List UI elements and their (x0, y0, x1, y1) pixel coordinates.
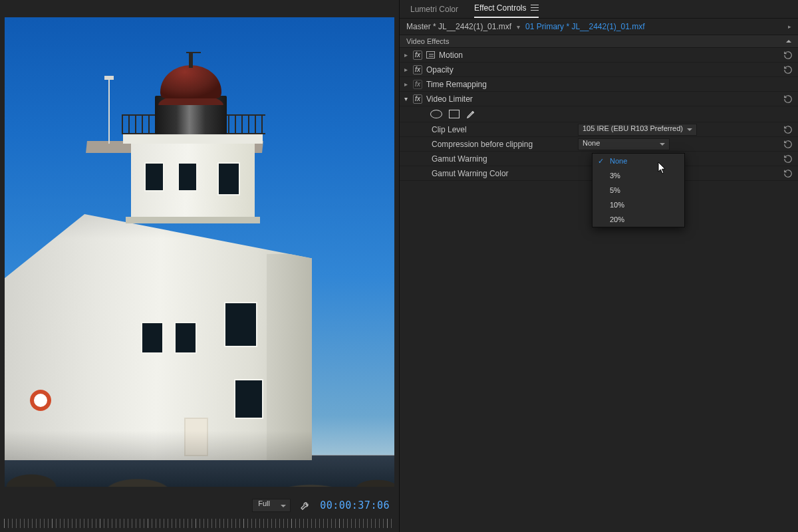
sequence-clip-label[interactable]: 01 Primary * JL__2442(1)_01.mxf (525, 22, 644, 31)
reset-param-icon[interactable] (783, 154, 793, 164)
tab-lumetri-color[interactable]: Lumetri Color (410, 5, 458, 18)
timeline-ruler[interactable] (0, 516, 399, 532)
compression-dropdown[interactable]: None 3% 5% 10% 20% (592, 153, 685, 227)
reset-param-icon[interactable] (783, 125, 793, 134)
preview-toolbar: Full 00:00:37:06 (0, 495, 399, 515)
chevron-right-icon[interactable] (402, 66, 409, 73)
chevron-right-icon[interactable] (402, 80, 409, 88)
reset-effect-icon[interactable] (783, 65, 793, 74)
param-label: Gamut Warning Color (432, 169, 571, 178)
tab-effect-controls[interactable]: Effect Controls (474, 3, 538, 18)
master-clip-label[interactable]: Master * JL__2442(1)_01.mxf (406, 22, 511, 31)
mask-tools-row (400, 106, 798, 122)
tab-effect-controls-label: Effect Controls (474, 3, 526, 13)
effect-label: Time Remapping (426, 80, 487, 89)
effect-row-opacity[interactable]: fx Opacity (400, 63, 798, 77)
clip-level-select[interactable]: 105 IRE (EBU R103 Preferred) (578, 124, 697, 136)
settings-wrench-icon[interactable] (300, 500, 311, 511)
clip-source-row: Master * JL__2442(1)_01.mxf ▾ 01 Primary… (400, 19, 798, 35)
param-label: Compression before clipping (432, 140, 571, 149)
resolution-select[interactable]: Full (252, 499, 291, 512)
param-label: Clip Level (432, 125, 571, 134)
dropdown-option-3pct[interactable]: 3% (593, 168, 684, 183)
dropdown-option-none[interactable]: None (593, 154, 684, 168)
timecode-display[interactable]: 00:00:37:06 (320, 499, 390, 511)
effect-row-motion[interactable]: fx Motion (400, 48, 798, 63)
dropdown-option-10pct[interactable]: 10% (593, 198, 684, 212)
fx-toggle-icon[interactable]: fx (413, 65, 422, 74)
mini-playhead-icon[interactable]: ▸ (788, 23, 791, 30)
chevron-right-icon[interactable] (402, 51, 409, 59)
program-monitor-panel: Full 00:00:37:06 (0, 0, 399, 532)
preview-area (0, 0, 399, 495)
effect-label: Opacity (426, 65, 454, 74)
video-effects-section-header[interactable]: Video Effects (400, 35, 798, 48)
effect-label: Video Limiter (426, 94, 473, 104)
mask-pen-icon[interactable] (466, 109, 476, 119)
collapse-up-icon[interactable] (786, 37, 791, 43)
dropdown-option-20pct[interactable]: 20% (593, 212, 684, 227)
panel-tabs: Lumetri Color Effect Controls (400, 0, 798, 19)
chevron-down-icon[interactable]: ▾ (517, 23, 520, 31)
compression-select[interactable]: None (578, 138, 670, 150)
param-row-clip-level: Clip Level 105 IRE (EBU R103 Preferred) (400, 122, 798, 137)
effect-label: Motion (439, 51, 463, 60)
mask-rectangle-icon[interactable] (449, 110, 460, 118)
reset-effect-icon[interactable] (783, 51, 793, 60)
mask-ellipse-icon[interactable] (430, 110, 442, 118)
panel-menu-icon[interactable] (531, 5, 539, 11)
motion-transform-icon[interactable] (426, 51, 435, 59)
fx-toggle-icon[interactable]: fx (413, 51, 422, 60)
dropdown-option-5pct[interactable]: 5% (593, 183, 684, 198)
reset-param-icon[interactable] (783, 169, 793, 178)
param-label: Gamut Warning (432, 154, 571, 164)
effect-row-time-remapping[interactable]: fx Time Remapping (400, 77, 798, 92)
fx-toggle-icon[interactable]: fx (413, 80, 422, 89)
reset-effect-icon[interactable] (783, 94, 793, 104)
chevron-down-icon[interactable] (402, 95, 409, 102)
reset-param-icon[interactable] (783, 140, 793, 149)
effect-row-video-limiter[interactable]: fx Video Limiter (400, 92, 798, 106)
param-row-compression: Compression before clipping None (400, 137, 798, 152)
video-effects-label: Video Effects (406, 37, 449, 45)
effect-controls-panel: Lumetri Color Effect Controls Master * J… (399, 0, 798, 532)
fx-toggle-icon[interactable]: fx (413, 94, 422, 104)
preview-image (5, 17, 394, 487)
